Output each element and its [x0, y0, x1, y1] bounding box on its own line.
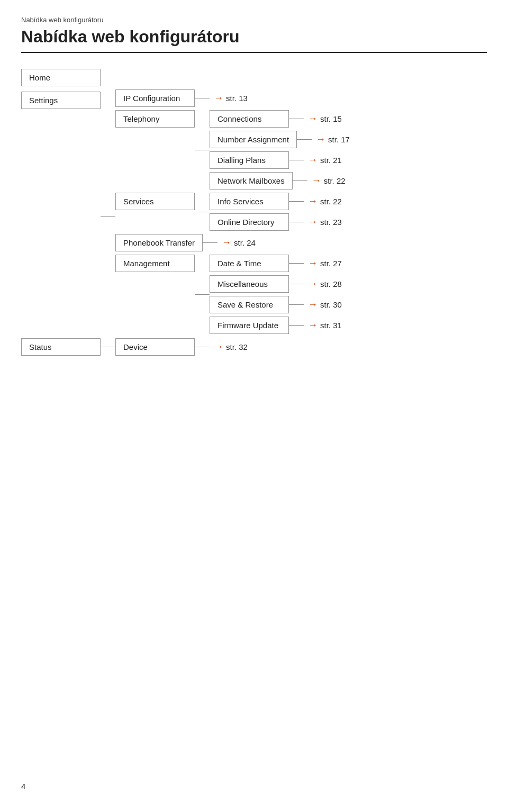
device-page: → str. 32 — [210, 341, 248, 353]
number-assignment-page-num: str. 17 — [328, 135, 350, 144]
services-connector — [195, 212, 210, 212]
online-directory-connector — [289, 222, 304, 222]
number-assignment-item: Number Assignment — [210, 131, 297, 148]
network-mailboxes-row: Network Mailboxes → str. 22 — [210, 172, 350, 190]
phonebook-transfer-item: Phonebook Transfer — [115, 234, 203, 251]
phonebook-transfer-connector — [203, 242, 217, 243]
online-directory-row: Online Directory → str. 23 — [210, 213, 342, 231]
save-restore-page: → str. 30 — [304, 299, 342, 310]
network-mailboxes-item: Network Mailboxes — [210, 172, 293, 190]
title-divider — [21, 52, 487, 53]
info-services-arrow: → — [308, 196, 318, 207]
home-item: Home — [21, 69, 101, 86]
date-time-row: Date & Time → str. 27 — [210, 255, 342, 272]
number-assignment-row: Number Assignment → str. 17 — [210, 131, 350, 148]
number-assignment-arrow: → — [316, 134, 325, 145]
telephony-row: Telephony Connections → str. 15 Number A… — [115, 110, 350, 190]
firmware-update-page-num: str. 31 — [320, 321, 342, 330]
miscellaneous-connector — [289, 284, 304, 284]
phonebook-transfer-arrow: → — [222, 237, 231, 248]
save-restore-page-num: str. 30 — [320, 300, 342, 309]
page-number: 4 — [21, 782, 25, 791]
device-item: Device — [115, 338, 195, 356]
connections-connector — [289, 119, 304, 119]
phonebook-transfer-page: → str. 24 — [217, 237, 256, 248]
info-services-row: Info Services → str. 22 — [210, 193, 342, 210]
info-services-page-num: str. 22 — [320, 197, 342, 206]
miscellaneous-page-num: str. 28 — [320, 279, 342, 288]
ip-config-page: → str. 13 — [210, 93, 248, 104]
miscellaneous-page: → str. 28 — [304, 278, 342, 290]
status-connector — [101, 347, 115, 347]
date-time-arrow: → — [308, 258, 318, 269]
number-assignment-page: → str. 17 — [312, 134, 350, 145]
dialling-plans-page-num: str. 21 — [320, 156, 342, 165]
date-time-connector — [289, 263, 304, 264]
network-mailboxes-arrow: → — [312, 175, 321, 186]
dialling-plans-row: Dialling Plans → str. 21 — [210, 151, 350, 169]
save-restore-row: Save & Restore → str. 30 — [210, 296, 342, 313]
services-row: Services Info Services → str. 22 Online … — [115, 193, 350, 231]
settings-item: Settings — [21, 92, 101, 109]
date-time-page-num: str. 27 — [320, 259, 342, 268]
telephony-children: Connections → str. 15 Number Assignment … — [210, 110, 350, 190]
save-restore-arrow: → — [308, 299, 318, 310]
dialling-plans-item: Dialling Plans — [210, 151, 289, 169]
ip-configuration-item: IP Configuration — [115, 89, 195, 107]
page-title: Nabídka web konfigurátoru — [21, 27, 487, 47]
ip-config-arrow: → — [214, 93, 223, 104]
settings-connector — [101, 216, 115, 217]
management-row: Management Date & Time → str. 27 Miscell… — [115, 255, 350, 334]
telephony-connector — [195, 150, 210, 150]
online-directory-item: Online Directory — [210, 213, 289, 231]
ip-config-page-num: str. 13 — [226, 94, 248, 103]
connections-row: Connections → str. 15 — [210, 110, 350, 128]
number-assignment-connector — [297, 139, 312, 140]
info-services-connector — [289, 201, 304, 202]
home-row: Home — [21, 69, 487, 86]
status-section: Status Device → str. 32 — [21, 338, 487, 356]
device-arrow: → — [214, 341, 223, 353]
firmware-update-item: Firmware Update — [210, 317, 289, 334]
miscellaneous-item: Miscellaneous — [210, 275, 289, 293]
menu-tree: Home Settings IP Configuration → str. 13… — [21, 69, 487, 356]
date-time-page: → str. 27 — [304, 258, 342, 269]
settings-section: Settings IP Configuration → str. 13 Tele… — [21, 89, 487, 334]
management-children: Date & Time → str. 27 Miscellaneous → st… — [210, 255, 342, 334]
connections-arrow: → — [308, 113, 318, 124]
date-time-item: Date & Time — [210, 255, 289, 272]
network-mailboxes-page: → str. 22 — [307, 175, 346, 186]
save-restore-connector — [289, 304, 304, 305]
status-item: Status — [21, 338, 101, 356]
phonebook-transfer-page-num: str. 24 — [234, 238, 256, 247]
ip-config-row: IP Configuration → str. 13 — [115, 89, 350, 107]
info-services-item: Info Services — [210, 193, 289, 210]
miscellaneous-row: Miscellaneous → str. 28 — [210, 275, 342, 293]
connections-item: Connections — [210, 110, 289, 128]
miscellaneous-arrow: → — [308, 278, 318, 290]
connections-page: → str. 15 — [304, 113, 342, 124]
connections-page-num: str. 15 — [320, 114, 342, 123]
online-directory-page: → str. 23 — [304, 216, 342, 228]
phonebook-transfer-row: Phonebook Transfer → str. 24 — [115, 234, 350, 251]
network-mailboxes-page-num: str. 22 — [324, 176, 346, 185]
dialling-plans-connector — [289, 160, 304, 160]
online-directory-arrow: → — [308, 216, 318, 228]
device-page-num: str. 32 — [226, 342, 248, 351]
settings-children: IP Configuration → str. 13 Telephony Con… — [115, 89, 350, 334]
online-directory-page-num: str. 23 — [320, 218, 342, 227]
firmware-update-row: Firmware Update → str. 31 — [210, 317, 342, 334]
management-item: Management — [115, 255, 195, 272]
ip-config-connector — [195, 98, 210, 98]
firmware-update-page: → str. 31 — [304, 320, 342, 331]
services-children: Info Services → str. 22 Online Directory… — [210, 193, 342, 231]
management-connector — [195, 294, 210, 295]
telephony-item: Telephony — [115, 110, 195, 128]
dialling-plans-arrow: → — [308, 155, 318, 166]
save-restore-item: Save & Restore — [210, 296, 289, 313]
services-item: Services — [115, 193, 195, 210]
network-mailboxes-connector — [293, 181, 307, 181]
info-services-page: → str. 22 — [304, 196, 342, 207]
browser-title: Nabídka web konfigurátoru — [21, 16, 487, 24]
dialling-plans-page: → str. 21 — [304, 155, 342, 166]
